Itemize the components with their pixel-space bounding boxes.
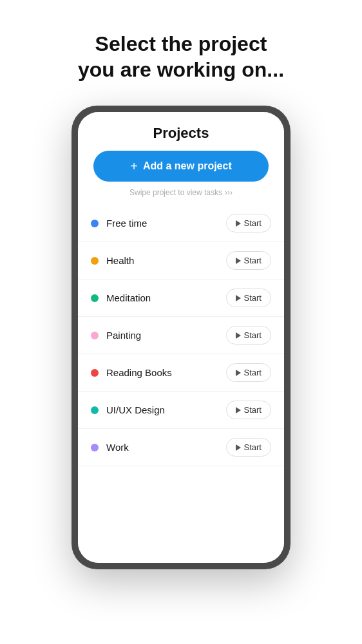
project-list-item: HealthStart	[78, 242, 284, 279]
project-color-dot	[91, 257, 99, 265]
project-left: Painting	[91, 330, 141, 341]
projects-modal: Projects + Add a new project Swipe proje…	[78, 112, 284, 563]
project-list-item: UI/UX DesignStart	[78, 392, 284, 429]
add-btn-label: Add a new project	[143, 160, 232, 172]
project-name: Painting	[106, 330, 141, 341]
start-label: Start	[244, 330, 262, 340]
start-label: Start	[244, 442, 262, 452]
project-list-item: MeditationStart	[78, 279, 284, 317]
start-button[interactable]: Start	[226, 438, 271, 457]
play-icon	[236, 258, 241, 264]
swipe-hint-text: Swipe project to view tasks	[129, 188, 222, 197]
start-label: Start	[244, 218, 262, 228]
project-left: UI/UX Design	[91, 404, 165, 415]
add-project-button[interactable]: + Add a new project	[93, 151, 269, 182]
project-color-dot	[91, 406, 99, 414]
project-name: Reading Books	[106, 367, 172, 378]
start-button[interactable]: Start	[226, 251, 271, 270]
phone-device: Timeline Today 01 / 2023 Projects + Add …	[71, 106, 291, 569]
project-name: Health	[106, 255, 134, 266]
play-icon	[236, 444, 241, 451]
project-list-item: PaintingStart	[78, 317, 284, 354]
start-button[interactable]: Start	[226, 363, 271, 382]
start-button[interactable]: Start	[226, 401, 271, 419]
modal-title: Projects	[78, 125, 284, 142]
project-color-dot	[91, 369, 99, 377]
play-icon	[236, 407, 241, 413]
project-color-dot	[91, 332, 99, 339]
headline-line2: you are working on...	[78, 58, 284, 81]
project-left: Work	[91, 442, 129, 453]
project-list-item: Free timeStart	[78, 205, 284, 242]
swipe-chevrons-icon: ›››	[225, 188, 233, 197]
start-label: Start	[244, 405, 262, 415]
project-name: UI/UX Design	[106, 404, 165, 415]
headline: Select the project you are working on...	[52, 31, 310, 82]
project-name: Free time	[106, 218, 147, 229]
start-button[interactable]: Start	[226, 326, 271, 345]
project-list-item: Reading BooksStart	[78, 354, 284, 392]
play-icon	[236, 332, 241, 339]
phone-screen: Timeline Today 01 / 2023 Projects + Add …	[78, 112, 284, 563]
start-label: Start	[244, 256, 262, 265]
project-left: Reading Books	[91, 367, 172, 378]
project-name: Work	[106, 442, 129, 453]
headline-line1: Select the project	[95, 32, 267, 55]
project-color-dot	[91, 220, 99, 227]
project-left: Meditation	[91, 292, 151, 303]
project-color-dot	[91, 294, 99, 302]
project-left: Health	[91, 255, 134, 266]
start-button[interactable]: Start	[226, 289, 271, 307]
play-icon	[236, 295, 241, 301]
add-btn-plus-icon: +	[130, 160, 138, 173]
start-button[interactable]: Start	[226, 214, 271, 232]
project-left: Free time	[91, 218, 147, 229]
project-color-dot	[91, 444, 99, 451]
play-icon	[236, 370, 241, 376]
project-list: Free timeStartHealthStartMeditationStart…	[78, 205, 284, 563]
play-icon	[236, 220, 241, 227]
start-label: Start	[244, 368, 262, 377]
swipe-hint: Swipe project to view tasks ›››	[78, 188, 284, 197]
project-name: Meditation	[106, 292, 151, 303]
modal-overlay: Projects + Add a new project Swipe proje…	[78, 112, 284, 563]
start-label: Start	[244, 293, 262, 303]
project-list-item: WorkStart	[78, 429, 284, 466]
